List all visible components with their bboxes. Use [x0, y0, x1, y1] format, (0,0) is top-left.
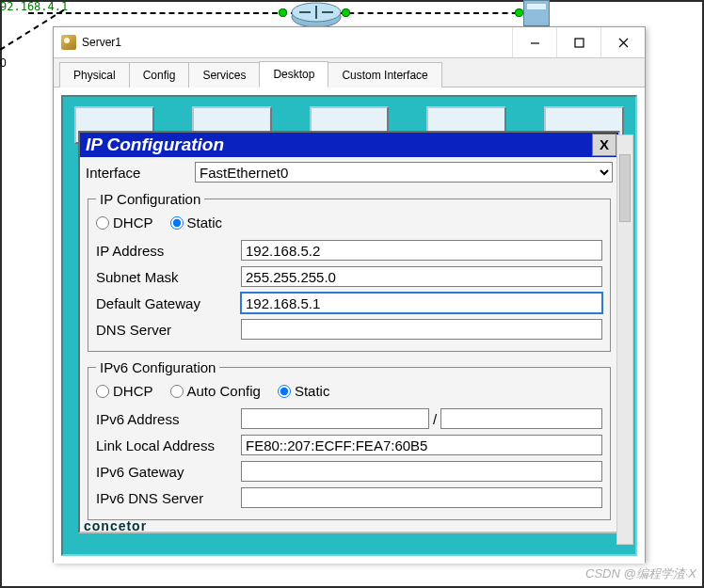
panel-titlebar[interactable]: IP Configuration X [80, 133, 618, 157]
ipv6-static-radio[interactable]: Static [278, 383, 330, 399]
desktop-surface: IP Configuration X Interface FastEtherne… [61, 95, 637, 556]
watermark: CSDN @编程学渣·X [585, 565, 696, 582]
ipv6-gateway-input[interactable] [241, 461, 602, 482]
ipv4-legend: IP Configuration [96, 191, 204, 207]
tab-services[interactable]: Services [188, 62, 260, 87]
panel-close-button[interactable]: X [592, 134, 616, 156]
maximize-button[interactable] [556, 27, 600, 57]
ipv6-slash: / [433, 411, 437, 427]
dns-server-input[interactable] [241, 319, 602, 340]
ipv6-dhcp-radio[interactable]: DHCP [96, 383, 153, 399]
svg-rect-2 [575, 39, 584, 47]
interface-select[interactable]: FastEthernet0 [195, 162, 613, 183]
default-gateway-input[interactable] [241, 293, 602, 313]
ipv4-static-radio[interactable]: Static [170, 215, 223, 230]
ipv6-gateway-label: IPv6 Gateway [96, 464, 241, 480]
bg-iface-label: th0 [0, 56, 7, 70]
tab-strip: Physical Config Services Desktop Custom … [54, 58, 645, 87]
ipv6-auto-radio[interactable]: Auto Config [170, 383, 261, 399]
window: Server1 Physical Config Services Desktop… [53, 26, 646, 563]
tab-desktop[interactable]: Desktop [259, 61, 328, 87]
app-icon [61, 35, 76, 50]
ipv4-dhcp-radio[interactable]: DHCP [96, 215, 153, 230]
scrollbar-thumb[interactable] [619, 154, 631, 222]
ipv4-group: IP Configuration DHCP Static IP Address … [88, 191, 611, 352]
tab-physical[interactable]: Physical [59, 62, 130, 87]
bg-link-dot [342, 8, 350, 17]
tab-custom-interface[interactable]: Custom Interface [328, 62, 441, 87]
minimize-button[interactable] [512, 27, 556, 57]
bg-link-3 [339, 12, 527, 14]
panel-title-text: IP Configuration [86, 133, 224, 157]
titlebar[interactable]: Server1 [54, 27, 645, 58]
ipv6-address-input[interactable] [241, 408, 429, 429]
interface-label: Interface [86, 165, 187, 181]
tab-config[interactable]: Config [129, 62, 190, 87]
bg-link-dot [515, 8, 523, 17]
ip-config-panel: IP Configuration X Interface FastEtherne… [78, 131, 620, 533]
ipv6-group: IPv6 Configuration DHCP Auto Config Stat… [88, 359, 611, 520]
default-gateway-label: Default Gateway [96, 295, 241, 311]
dns-server-label: DNS Server [96, 322, 241, 338]
ip-address-input[interactable] [241, 240, 602, 261]
subnet-mask-label: Subnet Mask [96, 269, 241, 285]
scrollbar[interactable] [616, 135, 633, 545]
collector-text: concetor [84, 518, 147, 533]
ipv6-dns-label: IPv6 DNS Server [96, 490, 241, 506]
link-local-label: Link Local Address [96, 437, 241, 453]
ipv6-prefix-input[interactable] [440, 408, 602, 429]
ipv6-dns-input[interactable] [241, 487, 602, 508]
client-area: IP Configuration X Interface FastEtherne… [54, 87, 645, 564]
ipv6-address-label: IPv6 Address [96, 411, 241, 427]
window-title: Server1 [82, 36, 512, 49]
bg-link-2 [28, 12, 296, 14]
server-icon [523, 0, 550, 26]
ipv6-legend: IPv6 Configuration [96, 359, 219, 375]
ip-address-label: IP Address [96, 243, 241, 259]
close-button[interactable] [600, 27, 645, 57]
bg-link-dot [279, 8, 287, 17]
subnet-mask-input[interactable] [241, 266, 602, 287]
link-local-input[interactable] [241, 435, 602, 455]
